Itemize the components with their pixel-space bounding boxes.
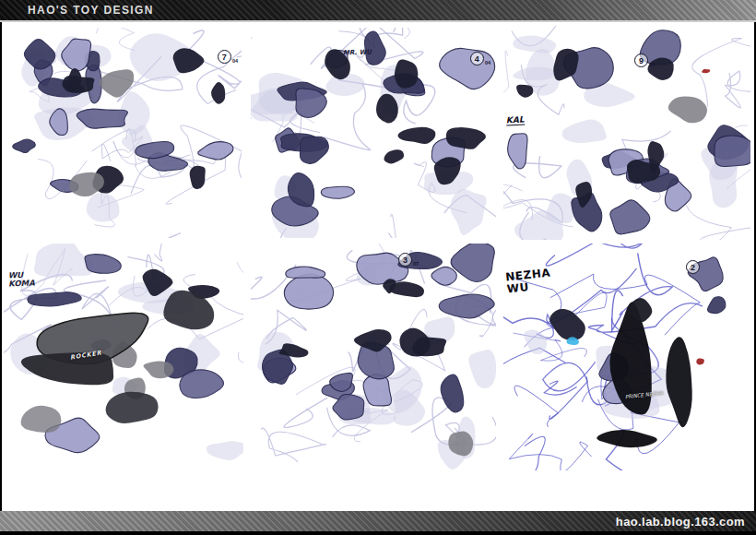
sketch-canvas: [4, 244, 243, 470]
circled-number: 4: [470, 52, 484, 65]
panel-number-badge: 307: [398, 253, 419, 267]
sketch-panel-4: WUKOMA ROCKER: [4, 244, 243, 470]
panel-number-badge: 704: [218, 50, 238, 64]
sketch-canvas: [503, 26, 750, 240]
sketch-panel-2: MR. WU 404: [251, 28, 496, 238]
sketch-board: 704 MR. WU 404 905 KAL: [2, 20, 754, 511]
page-title: HAO'S TOY DESIGN: [0, 4, 154, 17]
footer-bar: hao.lab.blog.163.com: [0, 511, 756, 531]
sketch-panel-1: 704: [6, 28, 242, 238]
page: HAO'S TOY DESIGN 704 MR. WU 404 905: [0, 0, 756, 535]
panel-number-badge: 404: [470, 52, 490, 65]
circled-number: 3: [398, 253, 412, 267]
sketch-panel-3: 905 KAL: [503, 26, 750, 240]
sketch-canvas: [6, 28, 242, 238]
panel-label-nezha: NEZHAWU: [505, 268, 552, 295]
panel-label-wu-koma: WUKOMA: [8, 271, 35, 289]
panel-number-badge: 905: [634, 54, 655, 67]
circled-number: 2: [686, 260, 700, 274]
sketch-panel-6: NEZHAWU 2 PRINCE NEZHA: [503, 244, 750, 470]
circled-number: 7: [218, 50, 231, 64]
panel-number-badge: 2: [686, 260, 701, 274]
sketch-panel-5: 307: [251, 244, 496, 470]
panel-label-kal: KAL: [506, 115, 525, 125]
circled-number: 9: [634, 54, 648, 67]
sketch-canvas: [251, 28, 496, 238]
panel-label-mr-wu: MR. WU: [343, 49, 372, 56]
header-bar: HAO'S TOY DESIGN: [0, 0, 756, 20]
sketch-canvas: [251, 244, 496, 470]
footer-url: hao.lab.blog.163.com: [616, 515, 756, 529]
